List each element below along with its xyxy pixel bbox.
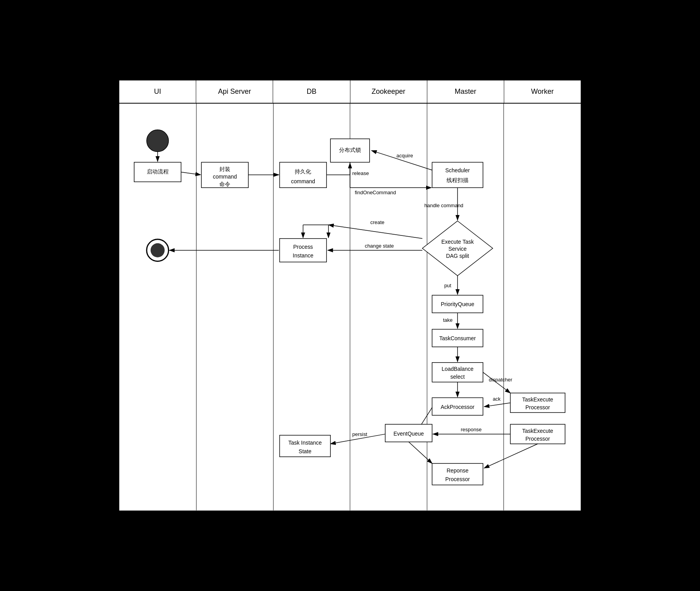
task-execute-2-label: TaskExecute [522,428,553,434]
svg-line-8 [181,172,201,175]
header-api-server: Api Server [196,80,273,103]
feng-zhuang-label3: 命令 [219,181,230,187]
header-row: UI Api Server DB Zookeeper Master Worker [118,80,582,104]
execute-task-label2: Service [448,246,467,252]
scheduler-box [432,162,483,188]
qi-dong-label: 启动流程 [147,168,169,175]
task-instance-state-label2: State [299,448,312,454]
execute-task-label: Execute Task [441,239,474,245]
svg-line-25 [483,372,510,393]
svg-line-32 [484,444,538,468]
priority-queue-label: PriorityQueue [441,301,474,307]
chi-jiu-label: 持久化 [295,168,311,175]
load-balance-label2: select [450,374,465,380]
feng-zhuang-label2: command [213,173,237,180]
event-queue-label: EventQueue [394,430,424,437]
find-one-command-label: findOneCommand [355,190,396,195]
task-execute-2-label2: Processor [525,436,550,442]
reponse-processor-label: Reponse [447,468,468,474]
chi-jiu-label2: command [291,178,315,184]
ack-label: ack [493,396,501,402]
svg-line-16 [328,225,422,239]
task-execute-1-label2: Processor [525,404,550,410]
scheduler-label2: 线程扫描 [447,177,468,183]
svg-line-31 [408,442,432,463]
create-label: create [370,219,385,225]
take-label: take [443,317,452,323]
fen-bu-suo-label: 分布式锁 [339,147,361,153]
diagram-svg: 启动流程 封装 command 命令 持久化 command 分布式锁 Sche… [119,104,581,510]
process-instance-label2: Instance [293,253,314,259]
feng-zhuang-label: 封装 [219,166,230,172]
task-execute-1-label: TaskExecute [522,396,553,403]
load-balance-label: LoadBalance [441,366,474,372]
persist-label: persist [352,431,368,437]
ack-processor-label: AckProcessor [441,404,474,410]
header-master: Master [427,80,504,103]
start-circle [147,130,169,152]
dispatcher-label: dispatcher [489,377,512,383]
svg-line-27 [484,403,510,407]
change-state-label: change state [365,243,394,249]
process-instance-label: Process [293,244,313,250]
end-circle-inner [151,243,165,257]
task-consumer-label: TaskConsumer [439,335,476,341]
execute-task-label3: DAG split [446,253,469,259]
acquire-label: acquire [396,153,413,159]
header-ui: UI [119,80,196,103]
scheduler-label: Scheduler [445,167,470,173]
task-instance-state-label: Task Instance [288,440,322,446]
diagram-container: UI Api Server DB Zookeeper Master Worker [118,80,582,511]
put-label: put [444,283,451,289]
reponse-processor-label2: Processor [445,476,470,483]
header-db: DB [273,80,350,103]
response-label: response [461,427,481,432]
header-zookeeper: Zookeeper [350,80,427,103]
diagram-body: 启动流程 封装 command 命令 持久化 command 分布式锁 Sche… [118,104,582,511]
release-label: release [352,171,369,177]
header-worker: Worker [504,80,581,103]
